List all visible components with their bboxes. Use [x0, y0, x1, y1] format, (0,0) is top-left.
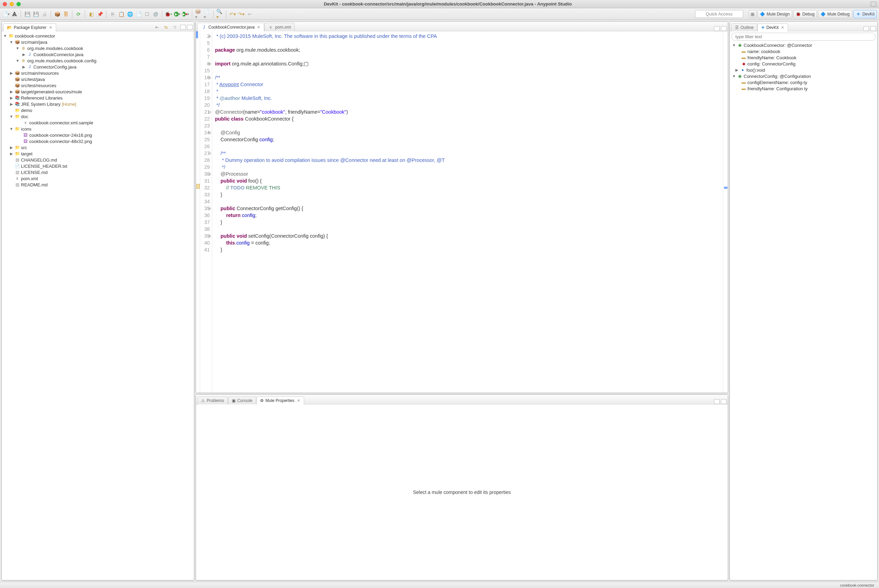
tab-outline[interactable]: ☰Outline [731, 23, 758, 32]
last-edit-button[interactable]: ↩ [246, 10, 254, 18]
perspective-devkit[interactable]: ✚DevKit [853, 10, 877, 18]
task-button[interactable]: ☐ [143, 10, 151, 18]
maximize-view-button[interactable] [721, 399, 726, 404]
code-area[interactable]: * (c) 2003-2015 MuleSoft, Inc. The softw… [212, 32, 723, 393]
close-window-button[interactable] [3, 2, 7, 6]
doc-button[interactable]: 📄 [135, 10, 142, 18]
debug-dropdown-button[interactable]: 🐞▾ [165, 10, 172, 18]
outline-item[interactable]: friendlyName: Configuration ty [747, 86, 808, 91]
outline-item[interactable]: foo():void [746, 68, 765, 73]
open-perspective-button[interactable]: ⊞ [749, 10, 756, 18]
perspective-mule-debug[interactable]: 🔷Mule Debug [818, 10, 852, 18]
tree-item[interactable]: demo [21, 108, 32, 113]
maximize-view-button[interactable] [721, 26, 726, 31]
outline-item[interactable]: config: ConnectorConfig [747, 62, 795, 66]
outline-item[interactable]: configElementName: config-ty [747, 80, 807, 85]
tree-item[interactable]: icons [21, 126, 32, 132]
tree-item-project[interactable]: cookbook-connector [15, 33, 55, 39]
tree-item[interactable]: README.md [21, 182, 48, 188]
tree-item[interactable]: src/main/java [21, 40, 48, 45]
maximize-view-button[interactable] [870, 26, 876, 31]
back-dropdown-button[interactable]: ↶▾ [229, 10, 236, 18]
tree-item[interactable]: CookbookConnector.java [33, 52, 83, 57]
build-button[interactable]: 📦 [53, 10, 61, 18]
minimize-window-button[interactable] [10, 2, 14, 6]
code-editor[interactable]: 2⊕5678⊕1516⊖1718192021⊖222324⊖252627⊖282… [196, 32, 728, 393]
tree-item[interactable]: LICENSE_HEADER.txt [21, 164, 67, 169]
at-button[interactable]: @ [152, 10, 159, 18]
tree-item[interactable]: src/main/resources [21, 70, 59, 76]
perspective-debug[interactable]: 🐞Debug [793, 10, 817, 18]
tree-item[interactable]: pom.xml [21, 176, 38, 181]
tree-item[interactable]: src [21, 145, 27, 150]
db-button[interactable]: 🗄 [62, 10, 70, 18]
save-button[interactable]: 💾 [23, 10, 31, 18]
world-button[interactable]: 🌐 [126, 10, 134, 18]
collapse-all-button[interactable]: ⇤ [153, 23, 161, 31]
search-button[interactable]: 🔍▾ [216, 10, 224, 18]
save-all-button[interactable]: 💾 [32, 10, 40, 18]
tree-item[interactable]: src/test/java [21, 77, 45, 82]
forward-dropdown-button[interactable]: ↷▾ [237, 10, 245, 18]
tree-item[interactable]: target/generated-sources/mule [21, 89, 82, 94]
quick-access-field[interactable]: Quick Access [695, 10, 743, 18]
tree-item[interactable]: cookbook-connector-24x16.png [29, 133, 92, 138]
perspective-mule-design[interactable]: 🔷Mule Design [758, 10, 792, 18]
close-tab-icon[interactable]: ✕ [781, 25, 784, 30]
minimize-view-button[interactable] [180, 25, 186, 30]
tree-item[interactable]: doc [21, 114, 28, 119]
view-menu-button[interactable]: ▽ [171, 23, 179, 31]
new-class-dropdown-button[interactable]: 📄▾ [203, 10, 211, 18]
tree-item[interactable]: cookbook-connector.xml.sample [29, 120, 93, 125]
tree-item[interactable]: src/test/resources [21, 83, 57, 88]
tree-item[interactable]: Referenced Libraries [21, 95, 63, 100]
minimize-view-button[interactable] [864, 26, 869, 31]
print-button[interactable]: 🖨 [40, 10, 48, 18]
close-tab-icon[interactable]: ✕ [297, 398, 300, 403]
tab-mule-properties[interactable]: ⚙Mule Properties✕ [256, 396, 304, 404]
annotation-ruler[interactable] [196, 32, 200, 393]
editor-tab-pom[interactable]: x pom.xml [264, 23, 294, 32]
maximize-view-button[interactable] [187, 25, 192, 30]
tree-item[interactable]: cookbook-connector-48x32.png [29, 139, 92, 144]
pin-button[interactable]: 📌 [96, 10, 104, 18]
outline-item[interactable]: CookbookConnector: @Connector [744, 43, 812, 48]
anypoint-logo-icon[interactable] [10, 10, 18, 18]
tree-item[interactable]: target [21, 151, 32, 156]
tree-item[interactable]: JRE System Library [Home] [21, 102, 76, 107]
tree-item[interactable]: LICENSE.md [21, 170, 48, 175]
link-editor-button[interactable]: ⇆ [162, 23, 170, 31]
line-number-gutter[interactable]: 2⊕5678⊕1516⊖1718192021⊖222324⊖252627⊖282… [200, 32, 212, 393]
tab-problems[interactable]: ⚠Problems [197, 396, 228, 404]
editor-tab-cookbook[interactable]: J CookbookConnector.java ✕ [197, 23, 264, 32]
tab-console[interactable]: ▣Console [228, 396, 256, 404]
outline-item[interactable]: name: cookbook [747, 49, 780, 54]
tree-item[interactable]: CHANGELOG.md [21, 158, 57, 163]
tab-devkit[interactable]: ✚DevKit✕ [758, 23, 788, 32]
toggle-breadcrumb-button[interactable]: ◧ [87, 10, 95, 18]
devkit-outline-tree[interactable]: ▼◉CookbookConnector: @Connector ▬name: c… [730, 41, 877, 580]
minimize-view-button[interactable] [714, 399, 720, 404]
package-explorer-tree[interactable]: ▼📁cookbook-connector ▼📦src/main/java ▼⊕o… [2, 32, 194, 580]
tree-item[interactable]: org.mule.modules.cookbook [27, 46, 83, 51]
new-java-dropdown-button[interactable]: 📦▾ [195, 10, 202, 18]
outline-item[interactable]: friendlyName: Cookbook [747, 55, 796, 60]
run-last-button[interactable]: ▶■▾ [182, 10, 189, 18]
zoom-window-button[interactable] [16, 2, 21, 6]
filter-input[interactable] [732, 33, 876, 40]
overview-marker-icon[interactable] [724, 187, 728, 189]
restore-icon[interactable] [871, 2, 876, 6]
tree-item[interactable]: ConnectorConfig.java [33, 64, 76, 70]
close-tab-icon[interactable]: ✕ [49, 25, 52, 30]
tree-item[interactable]: org.mule.modules.cookbook.config [27, 58, 96, 63]
close-tab-icon[interactable]: ✕ [257, 25, 260, 30]
paste-button[interactable]: 📋 [117, 10, 125, 18]
minimize-view-button[interactable] [714, 26, 720, 31]
run-dropdown-button[interactable]: ▶▾ [173, 10, 181, 18]
refresh-button[interactable]: ⟳ [75, 10, 82, 18]
copy-button[interactable]: ⎘ [109, 10, 116, 18]
outline-item[interactable]: ConnectorConfig: @Configuration [744, 74, 811, 79]
package-explorer-tab[interactable]: 📂 Package Explorer ✕ [3, 23, 56, 32]
new-dropdown-button[interactable]: 📄▾ [2, 10, 10, 18]
overview-ruler[interactable] [723, 32, 728, 393]
